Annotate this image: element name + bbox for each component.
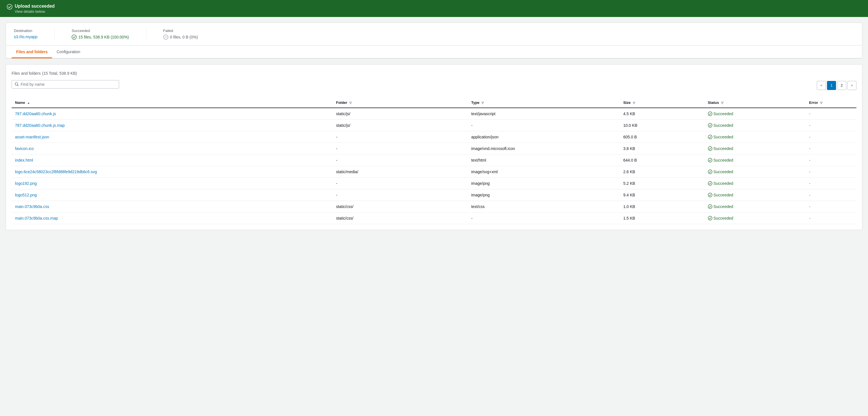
error-sort-icon: ▽ (820, 101, 823, 105)
folder-cell: - (333, 189, 468, 201)
table-header-row: Name ▲ Folder ▽ Type ▽ Size ▽ (11, 98, 857, 108)
size-cell: 605.0 B (620, 131, 705, 143)
banner-title: Upload succeeded (15, 3, 55, 9)
size-cell: 1.5 KB (620, 212, 705, 224)
status-cell: Succeeded (705, 201, 806, 212)
table-row: logo192.png-image/png5.2 KBSucceeded- (11, 177, 857, 189)
tabs-bar: Files and folders Configuration (6, 46, 862, 58)
type-cell: text/css (468, 201, 620, 212)
file-name-cell: main.073c9b0a.css.map (11, 212, 333, 224)
status-check-icon (708, 170, 712, 174)
files-header: Files and folders (15 Total, 538.9 KB) (11, 70, 857, 76)
type-cell: image/vnd.microsoft.icon (468, 143, 620, 154)
file-link[interactable]: 787.dd20aa60.chunk.js (15, 112, 56, 116)
summary-divider-2 (146, 27, 146, 41)
type-cell: text/javascript (468, 108, 620, 120)
main-content: Files and folders (15 Total, 538.9 KB) <… (0, 59, 868, 236)
table-row: main.073c9b0a.css.mapstatic/css/-1.5 KBS… (11, 212, 857, 224)
status-cell: Succeeded (705, 189, 806, 201)
col-header-size[interactable]: Size ▽ (620, 98, 705, 108)
folder-cell: static/css/ (333, 201, 468, 212)
error-cell: - (806, 177, 857, 189)
pagination-next[interactable]: > (847, 81, 857, 90)
files-card: Files and folders (15 Total, 538.9 KB) <… (6, 64, 862, 230)
status-check-icon (708, 135, 712, 139)
svg-point-12 (708, 181, 712, 185)
type-cell: image/png (468, 177, 620, 189)
type-cell: - (468, 212, 620, 224)
svg-point-6 (708, 112, 712, 116)
failed-section: Failed 0 files, 0 B (0%) (163, 29, 198, 40)
files-table: Name ▲ Folder ▽ Type ▽ Size ▽ (11, 98, 857, 224)
pagination-prev[interactable]: < (817, 81, 826, 90)
file-link[interactable]: asset-manifest.json (15, 135, 49, 139)
col-header-folder[interactable]: Folder ▽ (333, 98, 468, 108)
table-row: logo512.png-image/png9.4 KBSucceeded- (11, 189, 857, 201)
type-cell: image/svg+xml (468, 166, 620, 177)
destination-section: Destination s3://io.myapp (14, 29, 37, 40)
col-header-type[interactable]: Type ▽ (468, 98, 620, 108)
error-cell: - (806, 108, 857, 120)
pagination-page-2[interactable]: 2 (837, 81, 846, 90)
succeeded-value: 15 files, 538.9 KB (100.00%) (71, 34, 129, 40)
name-sort-icon: ▲ (27, 101, 30, 105)
file-link[interactable]: main.073c9b0a.css.map (15, 216, 58, 220)
table-row: asset-manifest.json-application/json605.… (11, 131, 857, 143)
svg-line-5 (18, 85, 19, 86)
summary-divider (54, 27, 55, 41)
size-cell: 5.2 KB (620, 177, 705, 189)
file-link[interactable]: index.html (15, 158, 33, 162)
error-cell: - (806, 212, 857, 224)
folder-cell: static/js/ (333, 108, 468, 120)
error-cell: - (806, 166, 857, 177)
error-cell: - (806, 189, 857, 201)
failed-label: Failed (163, 29, 198, 33)
size-cell: 1.0 KB (620, 201, 705, 212)
table-row: 787.dd20aa60.chunk.js.mapstatic/js/-10.0… (11, 119, 857, 131)
type-sort-icon: ▽ (482, 101, 484, 105)
col-header-name[interactable]: Name ▲ (11, 98, 333, 108)
folder-cell: - (333, 154, 468, 166)
files-title: Files and folders (15 Total, 538.9 KB) (11, 70, 77, 76)
file-link[interactable]: logo.6ce24c58023cc2f8fd88fe9d219db6c6.sv… (15, 170, 97, 174)
tab-configuration[interactable]: Configuration (52, 46, 85, 58)
col-header-error[interactable]: Error ▽ (806, 98, 857, 108)
col-header-status[interactable]: Status ▽ (705, 98, 806, 108)
size-cell: 2.6 KB (620, 166, 705, 177)
folder-cell: - (333, 131, 468, 143)
svg-point-9 (708, 147, 712, 151)
status-check-icon (708, 216, 712, 220)
table-row: main.073c9b0a.cssstatic/css/text/css1.0 … (11, 201, 857, 212)
file-link[interactable]: favicon.ico (15, 146, 34, 151)
search-bar[interactable] (11, 80, 119, 89)
status-check-icon (708, 181, 712, 186)
file-link[interactable]: main.073c9b0a.css (15, 204, 49, 209)
pagination-page-1[interactable]: 1 (827, 81, 836, 90)
status-cell: Succeeded (705, 212, 806, 224)
size-cell: 10.0 KB (620, 119, 705, 131)
file-link[interactable]: logo192.png (15, 181, 37, 186)
file-name-cell: asset-manifest.json (11, 131, 333, 143)
tab-files-and-folders[interactable]: Files and folders (11, 46, 52, 58)
type-cell: image/png (468, 189, 620, 201)
type-cell: text/html (468, 154, 620, 166)
svg-point-0 (7, 4, 12, 9)
status-cell: Succeeded (705, 131, 806, 143)
status-check-icon (708, 158, 712, 162)
succeeded-label: Succeeded (71, 29, 129, 33)
svg-point-11 (708, 170, 712, 174)
destination-link[interactable]: s3://io.myapp (14, 34, 37, 39)
file-link[interactable]: logo512.png (15, 193, 37, 197)
pagination: < 1 2 > (817, 81, 857, 90)
size-cell: 9.4 KB (620, 189, 705, 201)
search-input[interactable] (21, 82, 116, 87)
svg-point-10 (708, 158, 712, 162)
status-cell: Succeeded (705, 143, 806, 154)
status-check-icon (708, 123, 712, 128)
file-link[interactable]: 787.dd20aa60.chunk.js.map (15, 123, 65, 128)
table-row: index.html-text/html644.0 BSucceeded- (11, 154, 857, 166)
svg-point-15 (708, 216, 712, 220)
size-cell: 3.8 KB (620, 143, 705, 154)
succeeded-check-icon (71, 34, 77, 40)
type-cell: application/json (468, 131, 620, 143)
